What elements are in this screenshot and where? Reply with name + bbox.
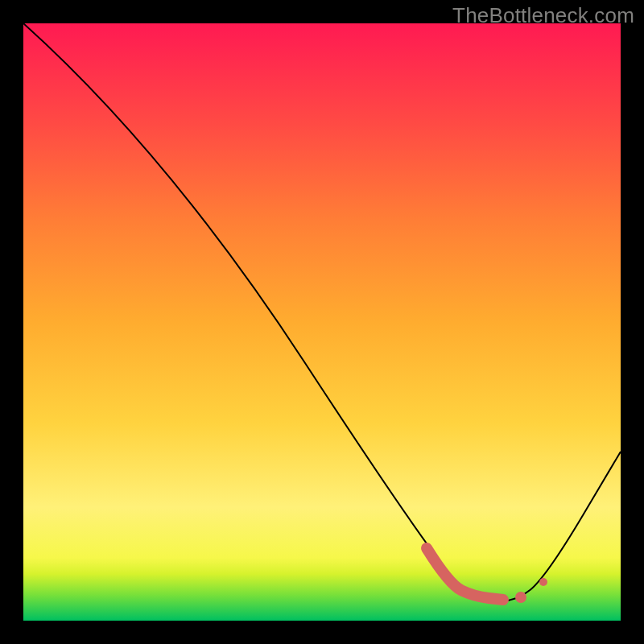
chart-canvas	[23, 23, 621, 621]
chart-frame	[23, 23, 621, 621]
point-highlight-dot-1	[515, 592, 526, 603]
point-highlight-dot-2	[539, 578, 547, 586]
